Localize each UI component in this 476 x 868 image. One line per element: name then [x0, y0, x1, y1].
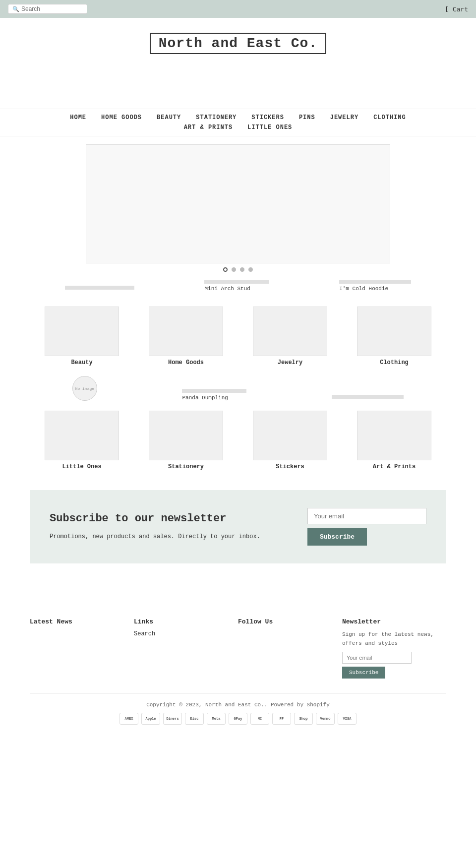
payment-visa: VISA — [338, 713, 357, 725]
hero-banner — [0, 59, 476, 109]
nav-art-prints[interactable]: ART & PRINTS — [184, 124, 233, 131]
payment-meta: Meta — [207, 713, 226, 725]
cat-label-jewelry: Jewelry — [278, 359, 302, 366]
cat-img-jewelry — [253, 307, 327, 356]
category-grid-top: Beauty Home Goods Jewelry Clothing — [30, 307, 446, 366]
feat2-block-3 — [332, 395, 404, 401]
category-grid-bottom: Little Ones Stationery Stickers Art & Pr… — [30, 411, 446, 470]
feat-block-1 — [65, 286, 134, 292]
search-box[interactable]: 🔍 — [8, 4, 87, 14]
nav-pins[interactable]: PINS — [299, 114, 315, 121]
newsletter-email-input[interactable] — [307, 508, 426, 524]
cat-label-art-prints: Art & Prints — [373, 463, 416, 470]
search-input[interactable] — [21, 5, 81, 12]
carousel-box[interactable] — [86, 144, 390, 263]
payment-gpay: GPay — [229, 713, 247, 725]
cat-jewelry[interactable]: Jewelry — [238, 307, 342, 366]
site-title: North and East Co. — [150, 33, 326, 54]
footer-columns: Latest News Links Search Follow Us Newsl… — [30, 618, 446, 679]
cat-label-stickers: Stickers — [276, 463, 304, 470]
newsletter-subtext: Promotions, new products and sales. Dire… — [50, 532, 260, 542]
newsletter-section: Subscribe to our newsletter Promotions, … — [30, 490, 446, 563]
top-bar: 🔍 [ Cart — [0, 0, 476, 18]
payment-diners: Diners — [163, 713, 182, 725]
footer-col-links: Links Search — [134, 618, 238, 679]
nav-beauty[interactable]: BEAUTY — [157, 114, 181, 121]
nav-home[interactable]: HOME — [70, 114, 86, 121]
feat-img-cold-hoodie — [339, 280, 411, 284]
feat-img-1 — [65, 286, 134, 290]
carousel-dot-1[interactable] — [223, 267, 228, 272]
nav-home-goods[interactable]: HOME GOODS — [101, 114, 142, 121]
feat2-block-2: Panda Dumpling — [182, 389, 246, 401]
footer-links-heading: Links — [134, 618, 238, 625]
search-icon: 🔍 — [12, 6, 19, 12]
cat-img-stationery — [149, 411, 223, 460]
feat-img-mini-arch — [204, 280, 269, 284]
carousel-dot-4[interactable] — [248, 267, 253, 272]
site-header: North and East Co. — [0, 18, 476, 59]
payment-apple: Apple — [141, 713, 160, 725]
payment-amex: AMEX — [119, 713, 138, 725]
cat-img-little-ones — [45, 411, 119, 460]
nav-row-1: HOME HOME GOODS BEAUTY STATIONERY STICKE… — [0, 114, 476, 121]
featured-row-2: No image Panda Dumpling — [30, 376, 446, 401]
newsletter-heading: Subscribe to our newsletter — [50, 512, 260, 526]
newsletter-subscribe-button[interactable]: Subscribe — [307, 528, 367, 546]
nav-stickers[interactable]: STICKERS — [251, 114, 284, 121]
cat-home-goods[interactable]: Home Goods — [134, 307, 238, 366]
footer-subscribe-button[interactable]: Subscribe — [342, 667, 385, 679]
feat-label-mini-arch: Mini Arch Stud — [204, 286, 250, 292]
feat2-label-panda: Panda Dumpling — [182, 395, 228, 401]
cat-label-home-goods: Home Goods — [168, 359, 204, 366]
footer-col-newsletter: Newsletter Sign up for the latest news, … — [342, 618, 446, 679]
cat-beauty[interactable]: Beauty — [30, 307, 134, 366]
footer-email-input[interactable] — [342, 652, 412, 664]
carousel-dot-3[interactable] — [240, 267, 244, 272]
feat-label-cold-hoodie: I'm Cold Hoodie — [339, 286, 388, 292]
carousel-dot-2[interactable] — [232, 267, 236, 272]
cat-label-stationery: Stationery — [168, 463, 204, 470]
cat-img-stickers — [253, 411, 327, 460]
feat-block-mini-arch: Mini Arch Stud — [204, 280, 269, 292]
cat-little-ones[interactable]: Little Ones — [30, 411, 134, 470]
no-image-circle: No image — [72, 376, 97, 401]
payment-paypal: PP — [272, 713, 291, 725]
cat-img-home-goods — [149, 307, 223, 356]
payment-shoppay: Shop — [294, 713, 313, 725]
cart-button[interactable]: [ Cart — [445, 5, 468, 13]
footer-col-news: Latest News — [30, 618, 134, 679]
nav-row-2: ART & PRINTS LITTLE ONES — [0, 124, 476, 131]
cat-art-prints[interactable]: Art & Prints — [342, 411, 446, 470]
feat-block-cold-hoodie: I'm Cold Hoodie — [339, 280, 411, 292]
payment-venmo: Venmo — [316, 713, 335, 725]
newsletter-text: Subscribe to our newsletter Promotions, … — [50, 512, 260, 542]
cat-stationery[interactable]: Stationery — [134, 411, 238, 470]
footer-link-search[interactable]: Search — [134, 630, 238, 637]
payment-mastercard: MC — [250, 713, 269, 725]
cat-label-little-ones: Little Ones — [62, 463, 101, 470]
main-nav: HOME HOME GOODS BEAUTY STATIONERY STICKE… — [0, 109, 476, 136]
cat-label-clothing: Clothing — [380, 359, 409, 366]
cat-img-art-prints — [357, 411, 431, 460]
footer-follow-heading: Follow Us — [238, 618, 342, 625]
carousel-section — [86, 144, 390, 272]
cat-img-clothing — [357, 307, 431, 356]
cat-img-beauty — [45, 307, 119, 356]
footer-news-heading: Latest News — [30, 618, 134, 625]
no-image-label: No image — [75, 386, 94, 391]
feat2-img-3 — [332, 395, 404, 399]
nav-clothing[interactable]: CLOTHING — [373, 114, 406, 121]
footer-bottom: Copyright © 2023, North and East Co.. Po… — [30, 693, 446, 725]
payment-discover: Disc — [185, 713, 204, 725]
nav-little-ones[interactable]: LITTLE ONES — [247, 124, 292, 131]
nav-jewelry[interactable]: JEWELRY — [330, 114, 358, 121]
payment-icons: AMEX Apple Diners Disc Meta GPay MC PP S… — [30, 713, 446, 725]
footer: Latest News Links Search Follow Us Newsl… — [0, 603, 476, 735]
cat-clothing[interactable]: Clothing — [342, 307, 446, 366]
cat-label-beauty: Beauty — [71, 359, 92, 366]
footer-col-follow: Follow Us — [238, 618, 342, 679]
footer-newsletter-heading: Newsletter — [342, 618, 446, 625]
cat-stickers[interactable]: Stickers — [238, 411, 342, 470]
nav-stationery[interactable]: STATIONERY — [196, 114, 237, 121]
